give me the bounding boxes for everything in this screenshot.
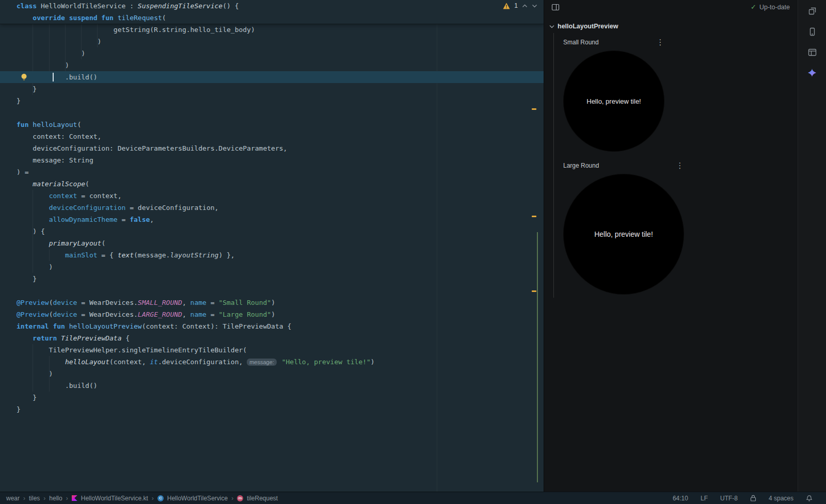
bell-icon[interactable] [806, 495, 813, 501]
device-manager-icon[interactable] [803, 23, 821, 40]
code-line[interactable]: deviceConfiguration: DeviceParametersBui… [0, 142, 544, 154]
code-token: } [17, 275, 37, 283]
code-line[interactable]: ) [0, 36, 544, 47]
code-line[interactable]: getString(R.string.hello_tile_body) [0, 24, 544, 36]
code-line[interactable]: } [0, 273, 544, 285]
code-line[interactable]: message: String [0, 154, 544, 166]
more-options-icon[interactable]: ⋮ [656, 38, 664, 46]
code-line[interactable]: allowDynamicTheme = false, [0, 214, 544, 225]
breadcrumb-item[interactable]: tiles [29, 495, 40, 502]
split-layout-icon[interactable] [551, 3, 561, 12]
breadcrumb-item[interactable]: HelloWorldTileService.kt [81, 495, 148, 502]
code-line[interactable] [0, 285, 544, 297]
chevron-up-icon[interactable] [522, 4, 528, 8]
code-line[interactable]: TilePreviewHelper.singleTimelineEntryTil… [0, 344, 544, 356]
caret-position-widget[interactable]: 64:10 [673, 495, 688, 502]
warning-icon [503, 3, 510, 9]
code-line[interactable]: @Preview(device = WearDevices.SMALL_ROUN… [0, 297, 544, 308]
code-token: .deviceConfiguration, [158, 358, 247, 366]
tile-preview-large-round[interactable]: Hello, preview tile! [563, 174, 684, 295]
code-token: name [190, 299, 206, 306]
scrollbar-warning-mark[interactable] [532, 290, 536, 292]
breadcrumb-item[interactable]: HelloWorldTileService [167, 495, 228, 502]
indent-widget[interactable]: 4 spaces [769, 495, 793, 502]
code-editor[interactable]: getString(R.string.hello_tile_body) ) ) … [0, 0, 544, 492]
code-line[interactable]: ) [0, 368, 544, 380]
code-line[interactable]: } [0, 403, 544, 415]
code-line[interactable]: materialScope( [0, 178, 544, 190]
layout-inspector-icon[interactable] [803, 43, 821, 61]
code-token: ) [271, 311, 275, 318]
code-line[interactable]: ) [0, 261, 544, 273]
lock-icon[interactable] [750, 495, 756, 501]
tile-preview-small-round[interactable]: Hello, preview tile! [563, 51, 664, 152]
gemini-sparkle-icon[interactable] [803, 64, 821, 82]
scrollbar-warning-mark[interactable] [532, 216, 536, 217]
code-line[interactable]: @Preview(device = WearDevices.LARGE_ROUN… [0, 308, 544, 320]
code-token: = [206, 311, 218, 318]
code-token: } [17, 85, 37, 93]
code-line[interactable]: ) { [0, 225, 544, 237]
code-line[interactable]: return TilePreviewData { [0, 332, 544, 344]
code-token: .build() [17, 382, 98, 389]
code-token: name [190, 311, 206, 318]
code-line[interactable]: context: Context, [0, 131, 544, 142]
more-options-icon[interactable]: ⋮ [676, 161, 684, 170]
warning-count: 1 [514, 2, 518, 9]
code-line[interactable]: fun helloLayout( [0, 119, 544, 131]
code-token: return [33, 334, 61, 342]
code-token: ( [162, 14, 166, 22]
code-line[interactable]: primaryLayout( [0, 237, 544, 249]
code-token: SMALL_ROUND [138, 299, 182, 306]
code-token: } [17, 97, 21, 105]
code-line[interactable]: class HelloWorldTileService : Suspending… [0, 0, 544, 12]
code-token: ( [85, 180, 89, 188]
code-line[interactable]: ) [0, 47, 544, 59]
code-line[interactable]: internal fun helloLayoutPreview(context:… [0, 320, 544, 332]
breadcrumb-item[interactable]: hello [49, 495, 62, 502]
preview-group-row[interactable]: helloLayoutPreview [549, 23, 618, 30]
code-line[interactable]: context = context, [0, 190, 544, 202]
code-line[interactable]: mainSlot = { text(message.layoutString) … [0, 249, 544, 261]
code-line[interactable]: override suspend fun tileRequest( [0, 12, 544, 24]
code-area: getString(R.string.hello_tile_body) ) ) … [0, 24, 544, 415]
code-token: ) [17, 263, 53, 271]
code-token: { [122, 334, 130, 342]
code-token: = { [98, 251, 118, 259]
inspections-widget[interactable]: 1 [503, 1, 537, 11]
breadcrumb-separator-icon: › [43, 495, 45, 502]
line-separator-widget[interactable]: LF [701, 495, 708, 502]
code-token: ) [371, 358, 375, 366]
code-token: @Preview [17, 311, 49, 318]
code-line[interactable]: ) = [0, 166, 544, 178]
sticky-lines: class HelloWorldTileService : Suspending… [0, 0, 544, 24]
breadcrumb-item[interactable]: wear [6, 495, 20, 502]
breadcrumb-separator-icon: › [152, 495, 154, 502]
code-line[interactable]: } [0, 83, 544, 95]
code-line[interactable]: .build() [0, 380, 544, 392]
code-line[interactable]: } [0, 95, 544, 107]
code-token: ) [17, 61, 69, 69]
tile-preview-panel: ✓ Up-to-date helloLayoutPreview Small Ro… [544, 0, 798, 492]
code-line[interactable]: ) [0, 59, 544, 71]
intention-bulb-icon[interactable] [20, 73, 28, 82]
code-token: TilePreviewData [61, 334, 121, 342]
tile-preview-text: Hello, preview tile! [594, 230, 653, 238]
running-devices-icon[interactable] [803, 2, 821, 20]
code-line[interactable] [0, 107, 544, 119]
encoding-widget[interactable]: UTF-8 [720, 495, 738, 502]
code-line[interactable]: helloLayout(context, it.deviceConfigurat… [0, 356, 544, 368]
preview-label: Large Round [563, 162, 599, 169]
preview-item-small-round: Small Round ⋮ Hello, preview tile! [563, 37, 664, 152]
code-line[interactable]: deviceConfiguration = deviceConfiguratio… [0, 202, 544, 214]
code-token [17, 334, 33, 342]
code-token [17, 204, 49, 212]
code-line[interactable]: } [0, 392, 544, 403]
chevron-down-icon[interactable] [532, 4, 537, 8]
breadcrumb-item[interactable]: tileRequest [247, 495, 278, 502]
code-token: helloLayout [65, 358, 109, 366]
code-line[interactable]: .build() [0, 71, 544, 83]
code-token: LARGE_ROUND [138, 311, 182, 318]
status-bar: wear›tiles›hello›HelloWorldTileService.k… [0, 492, 826, 504]
scrollbar-warning-mark[interactable] [532, 108, 536, 110]
